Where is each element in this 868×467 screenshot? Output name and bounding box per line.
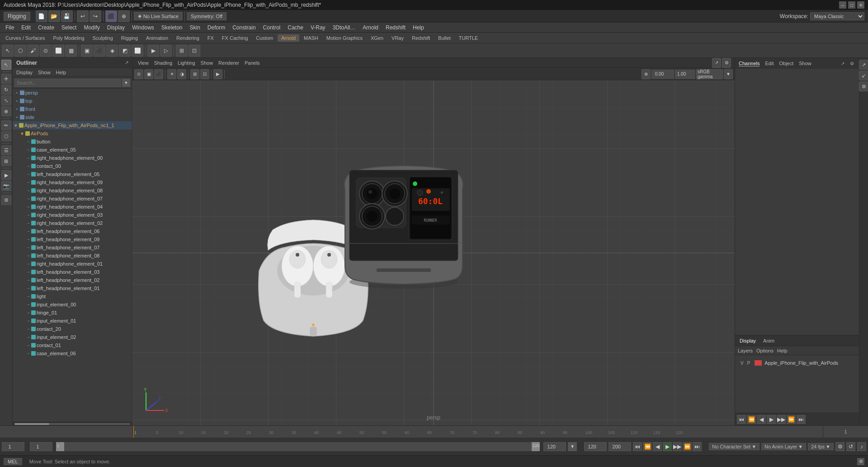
menu-create[interactable]: Create <box>34 24 58 32</box>
menu-edit[interactable]: Edit <box>18 24 34 32</box>
anim-end-input[interactable] <box>543 442 566 451</box>
lasso-tool-button[interactable]: ⬡ <box>14 45 26 57</box>
tab-object[interactable]: Object <box>779 61 793 67</box>
menu-control[interactable]: Control <box>259 24 284 32</box>
menu-skeleton[interactable]: Skeleton <box>158 24 186 32</box>
tab-display[interactable]: Display <box>737 338 759 344</box>
live-surface-button[interactable]: ◈ No Live Surface <box>134 12 183 20</box>
tree-item-front[interactable]: ▪ front <box>13 105 132 113</box>
tree-item-lhe06[interactable]: → left_headphone_element_06 <box>13 227 132 235</box>
shelf-tab-xgen[interactable]: XGen <box>367 34 387 42</box>
menu-deform[interactable]: Deform <box>204 24 229 32</box>
grid-button[interactable]: ⊞ <box>1 156 11 166</box>
open-file-button[interactable]: 📂 <box>48 10 60 22</box>
shelf-tab-fx[interactable]: FX <box>204 34 217 42</box>
paint-tool-button[interactable]: 🖌 <box>27 45 39 57</box>
tree-item-lhe08[interactable]: → left_headphone_element_08 <box>13 252 132 260</box>
fwd-btn[interactable]: ▶▶ <box>777 415 786 424</box>
tree-item-lhe02[interactable]: → left_headphone_element_02 <box>13 276 132 284</box>
tree-item-hinge01[interactable]: → hinge_01 <box>13 309 132 317</box>
search-options-button[interactable]: ▼ <box>122 79 130 87</box>
universal-tool[interactable]: ⊕ <box>1 106 11 116</box>
tree-item-airpods[interactable]: ▼ AirPods <box>13 129 132 138</box>
save-file-button[interactable]: 💾 <box>61 10 73 22</box>
mesh-button5[interactable]: ⬜ <box>132 45 143 57</box>
fps-dropdown[interactable]: 24 fps ▼ <box>808 443 834 450</box>
anim-end-dropdown[interactable]: ▼ <box>568 442 577 451</box>
vp-hud-btn[interactable]: ⊡ <box>200 69 209 79</box>
tab-channels[interactable]: Channels <box>739 61 760 67</box>
step-fwd-playback-btn[interactable]: ⏩ <box>683 442 692 451</box>
scale-tool[interactable]: ⤡ <box>1 95 11 105</box>
shelf-tab-mash[interactable]: MASH <box>300 34 322 42</box>
shelf-tab-sculpting[interactable]: Sculpting <box>89 34 117 42</box>
vp-menu-view[interactable]: View <box>136 60 151 66</box>
shelf-tab-motiongraphics[interactable]: Motion Graphics <box>323 34 366 42</box>
tree-item-contact01[interactable]: → contact_01 <box>13 341 132 349</box>
outliner-expand-icon[interactable]: ↗ <box>125 60 128 65</box>
range-end2-input[interactable] <box>609 442 631 451</box>
tree-item-input01[interactable]: → input_element_01 <box>13 317 132 325</box>
menu-skin[interactable]: Skin <box>186 24 204 32</box>
shelf-tab-arnold[interactable]: Arnold <box>278 34 299 42</box>
fwd-playback-btn[interactable]: ▶▶ <box>673 442 682 451</box>
tree-item-rhe09[interactable]: → right_headphone_element_09 <box>13 178 132 186</box>
status-right-btn[interactable]: ⚙ <box>857 458 864 465</box>
goto-end-btn[interactable]: ⏭ <box>797 415 806 424</box>
cylinder-button[interactable]: ⬜ <box>52 45 64 57</box>
tree-item-root[interactable]: ▼ Apple_iPhone_Flip_with_AirPods_nc1_1 <box>13 121 132 129</box>
edge-btn2[interactable]: ↙ <box>859 71 868 81</box>
vp-snap-btn[interactable]: ⊕ <box>642 69 651 79</box>
character-set-dropdown[interactable]: No Character Set ▼ <box>709 443 760 450</box>
redo-button[interactable]: ↪ <box>90 10 101 22</box>
tree-item-rhe00[interactable]: → right_headphone_element_00 <box>13 154 132 162</box>
scripting-mode-button[interactable]: MEL <box>4 458 22 465</box>
vp-scale-input[interactable] <box>675 70 695 79</box>
tree-item-lhe07[interactable]: → left_headphone_element_07 <box>13 243 132 252</box>
tree-item-button[interactable]: → button <box>13 138 132 146</box>
outliner-menu-help[interactable]: Help <box>54 69 68 76</box>
vp-menu-lighting[interactable]: Lighting <box>176 60 197 66</box>
range-end-input[interactable] <box>584 442 607 451</box>
anim-start-input[interactable] <box>30 442 52 451</box>
outliner-search-input[interactable] <box>14 79 121 87</box>
symmetry-button[interactable]: Symmetry: Off <box>187 12 226 20</box>
menu-display[interactable]: Display <box>104 24 128 32</box>
close-button[interactable]: ✕ <box>857 1 864 9</box>
vp-menu-show[interactable]: Show <box>199 60 215 66</box>
range-bar[interactable]: 1 120 <box>56 442 540 451</box>
sublabel-layers[interactable]: Layers <box>738 348 753 353</box>
tree-item-lhe03[interactable]: → left_headphone_element_03 <box>13 268 132 276</box>
vp-gamma-btn[interactable]: sRGB gamma <box>696 69 723 79</box>
new-file-button[interactable]: 📄 <box>36 10 47 22</box>
minimize-button[interactable]: – <box>839 1 846 9</box>
vp-menu-panels[interactable]: Panels <box>243 60 262 66</box>
timeline-ruler[interactable]: 1 5 10 15 20 25 30 35 40 45 50 55 60 65 … <box>0 425 868 437</box>
outliner-scrollbar[interactable] <box>13 422 132 425</box>
shelf-tab-fxcaching[interactable]: FX Caching <box>218 34 251 42</box>
shelf-tab-custom[interactable]: Custom <box>252 34 277 42</box>
tree-item-rhe01[interactable]: → right_headphone_element_01 <box>13 260 132 268</box>
tab-show[interactable]: Show <box>799 61 811 67</box>
menu-modify[interactable]: Modify <box>80 24 103 32</box>
tree-item-case06[interactable]: → case_element_06 <box>13 349 132 357</box>
range-end-handle[interactable]: 120 <box>532 442 540 451</box>
outliner-menu-show[interactable]: Show <box>36 69 52 76</box>
mesh-button3[interactable]: ◈ <box>106 45 118 57</box>
tree-item-rhe02[interactable]: → right_headphone_element_02 <box>13 219 132 227</box>
layer-p-indicator[interactable]: P <box>747 361 750 366</box>
menu-select[interactable]: Select <box>58 24 80 32</box>
settings-button[interactable]: ⚙ <box>1 195 11 205</box>
shelf-tab-poly[interactable]: Poly Modeling <box>49 34 88 42</box>
tree-item-rhe03[interactable]: → right_headphone_element_03 <box>13 211 132 219</box>
vp-grid-btn[interactable]: ⊞ <box>190 69 199 79</box>
tree-item-lhe05[interactable]: → left_headphone_element_05 <box>13 170 132 178</box>
vp-menu-shading[interactable]: Shading <box>152 60 174 66</box>
settings-playback-btn[interactable]: ⚙ <box>835 442 844 451</box>
menu-windows[interactable]: Windows <box>128 24 158 32</box>
paint-tool2[interactable]: ✏ <box>1 120 11 130</box>
viewport-icon2[interactable]: ⊡ <box>189 45 200 57</box>
tree-item-lhe09[interactable]: → left_headphone_element_09 <box>13 235 132 243</box>
menu-vray[interactable]: V-Ray <box>307 24 329 32</box>
tree-item-lhe01[interactable]: → left_headphone_element_01 <box>13 284 132 292</box>
